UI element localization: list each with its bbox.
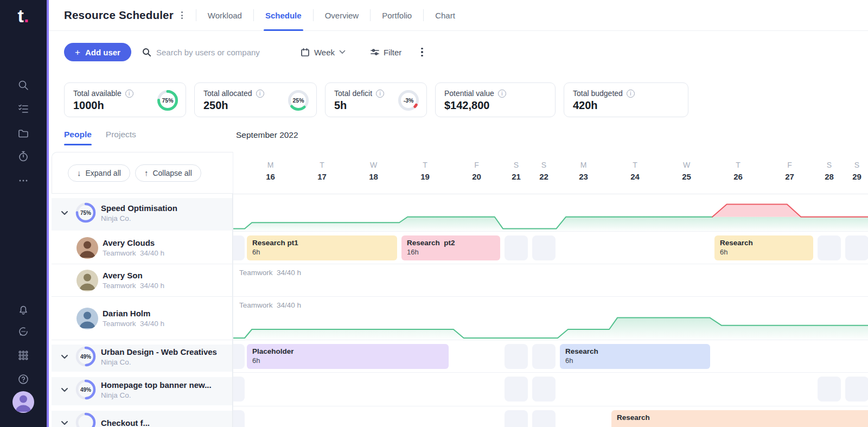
project-row[interactable]: Checkout f... bbox=[52, 406, 232, 427]
allocation-cell-partial[interactable] bbox=[233, 344, 245, 369]
person-row[interactable]: Avery SonTeamwork 34/40 h bbox=[52, 264, 232, 297]
status-sync-icon[interactable] bbox=[0, 326, 47, 337]
chevron-down-icon[interactable] bbox=[61, 387, 68, 392]
help-icon[interactable] bbox=[0, 373, 47, 385]
project-row[interactable]: 49%Homepage top banner new...Ninja Co. bbox=[52, 373, 232, 406]
stat-label-text: Potential value bbox=[444, 89, 494, 98]
weekend-cell[interactable] bbox=[505, 377, 528, 401]
allocation-bar-title: Research pt1 bbox=[252, 239, 392, 247]
allocation-bar[interactable]: Placeholder6h bbox=[247, 344, 449, 369]
sidebar: t. bbox=[0, 0, 47, 427]
tab-schedule[interactable]: Schedule bbox=[254, 0, 313, 30]
day-date: 22 bbox=[530, 172, 558, 181]
search-icon[interactable] bbox=[0, 79, 47, 91]
day-date: 25 bbox=[661, 172, 712, 181]
progress-donut: 75% bbox=[75, 202, 97, 224]
allocation-bar[interactable]: Research pt16h bbox=[247, 235, 397, 260]
info-icon[interactable]: i bbox=[376, 90, 384, 98]
title-kebab-menu-icon[interactable] bbox=[181, 11, 183, 19]
more-dots-icon[interactable] bbox=[0, 175, 47, 187]
avatar bbox=[76, 270, 98, 291]
info-icon[interactable]: i bbox=[627, 90, 635, 98]
collapse-all-button[interactable]: ↑ Collapse all bbox=[135, 164, 201, 182]
chevron-down-icon[interactable] bbox=[61, 354, 68, 359]
day-of-week: M bbox=[245, 161, 296, 169]
day-date: 21 bbox=[502, 172, 530, 181]
tab-overview[interactable]: Overview bbox=[314, 0, 371, 30]
schedule-grid-row: Research pt16hResearch pt216hResearch6h bbox=[233, 232, 868, 264]
stat-card: Total budgetedi420h bbox=[564, 82, 688, 117]
search-input[interactable] bbox=[156, 48, 270, 57]
day-column-header: S22 bbox=[530, 152, 558, 194]
day-of-week: S bbox=[843, 161, 868, 169]
day-of-week: F bbox=[764, 161, 815, 169]
weekend-cell[interactable] bbox=[845, 235, 868, 260]
resource-panel: ↓ Expand all ↑ Collapse all 75%Speed Opt… bbox=[52, 152, 233, 427]
apps-grid-icon[interactable] bbox=[0, 349, 47, 361]
stat-card: Total availablei1000h75% bbox=[64, 82, 186, 117]
current-user-avatar[interactable] bbox=[12, 391, 34, 413]
day-of-week: T bbox=[296, 161, 348, 169]
allocation-cell-partial[interactable] bbox=[233, 377, 245, 401]
view-tab-projects[interactable]: Projects bbox=[106, 128, 136, 145]
notifications-bell-icon[interactable] bbox=[0, 304, 47, 316]
day-column-header: T26 bbox=[712, 152, 764, 194]
row-content: 49%Urban Design - Web CreativesNinja Co. bbox=[52, 340, 232, 373]
weekend-cell[interactable] bbox=[505, 410, 528, 427]
view-tabs: PeopleProjects bbox=[64, 128, 136, 145]
row-name: Avery Clouds bbox=[103, 238, 164, 247]
weekend-cell[interactable] bbox=[505, 344, 528, 369]
info-icon[interactable]: i bbox=[498, 90, 506, 98]
project-row[interactable]: 49%Urban Design - Web CreativesNinja Co. bbox=[52, 340, 232, 373]
header-tabs: WorkloadScheduleOverviewPortfolioChart bbox=[196, 0, 467, 30]
toolbar-kebab-menu-icon[interactable] bbox=[421, 48, 423, 57]
stat-card-label: Potential valuei bbox=[444, 89, 546, 98]
day-column-header: W25 bbox=[661, 152, 712, 194]
allocation-bar[interactable]: Research6h bbox=[560, 344, 710, 369]
stat-donut-percent: -3% bbox=[398, 90, 419, 111]
tasks-icon[interactable] bbox=[0, 103, 47, 114]
stat-card-value: 420h bbox=[573, 99, 679, 112]
weekend-cell[interactable] bbox=[845, 377, 868, 401]
allocation-bar-hours: 6h bbox=[720, 248, 808, 256]
row-content: Avery SonTeamwork 34/40 h bbox=[52, 264, 232, 296]
chevron-down-icon[interactable] bbox=[61, 211, 68, 215]
weekend-cell[interactable] bbox=[532, 410, 556, 427]
project-row[interactable]: 75%Speed OptimisationNinja Co. bbox=[52, 194, 232, 232]
allocation-bar[interactable]: Research pt216h bbox=[401, 235, 500, 260]
tab-chart[interactable]: Chart bbox=[424, 0, 467, 30]
allocation-bar[interactable]: Research6h bbox=[714, 235, 813, 260]
weekend-cell[interactable] bbox=[532, 235, 556, 260]
row-content: Checkout f... bbox=[52, 406, 232, 427]
weekend-cell[interactable] bbox=[818, 235, 841, 260]
allocation-cell-partial[interactable] bbox=[233, 410, 245, 427]
tab-portfolio[interactable]: Portfolio bbox=[371, 0, 423, 30]
add-user-button[interactable]: + Add user bbox=[64, 43, 131, 61]
person-row[interactable]: Avery CloudsTeamwork 34/40 h bbox=[52, 232, 232, 264]
avatar bbox=[76, 308, 98, 329]
schedule-grid-row: Teamwork 34/40 h bbox=[233, 264, 868, 297]
tab-workload[interactable]: Workload bbox=[196, 0, 253, 30]
day-date: 17 bbox=[296, 172, 348, 181]
allocation-bar[interactable]: Research bbox=[611, 410, 868, 427]
person-row[interactable]: Darian HolmTeamwork 34/40 h bbox=[52, 297, 232, 340]
filter-button[interactable]: Filter bbox=[371, 48, 401, 57]
day-date: 29 bbox=[843, 172, 868, 181]
weekend-cell[interactable] bbox=[532, 377, 556, 401]
allocation-bar-title: Research pt2 bbox=[407, 239, 495, 247]
weekend-cell[interactable] bbox=[505, 235, 528, 260]
app-logo[interactable]: t. bbox=[0, 5, 47, 27]
info-icon[interactable]: i bbox=[256, 90, 264, 98]
chevron-down-icon[interactable] bbox=[61, 420, 68, 425]
projects-folder-icon[interactable] bbox=[0, 128, 47, 139]
timer-icon[interactable] bbox=[0, 150, 47, 162]
weekend-cell[interactable] bbox=[532, 344, 556, 369]
expand-all-button[interactable]: ↓ Expand all bbox=[68, 164, 130, 182]
info-icon[interactable]: i bbox=[125, 90, 133, 98]
period-selector[interactable]: Week bbox=[301, 48, 346, 57]
stat-label-text: Total allocated bbox=[203, 89, 252, 98]
weekend-cell[interactable] bbox=[818, 377, 841, 401]
view-tab-people[interactable]: People bbox=[64, 128, 92, 145]
row-name: Checkout f... bbox=[101, 418, 150, 427]
allocation-cell-partial[interactable] bbox=[233, 235, 245, 260]
